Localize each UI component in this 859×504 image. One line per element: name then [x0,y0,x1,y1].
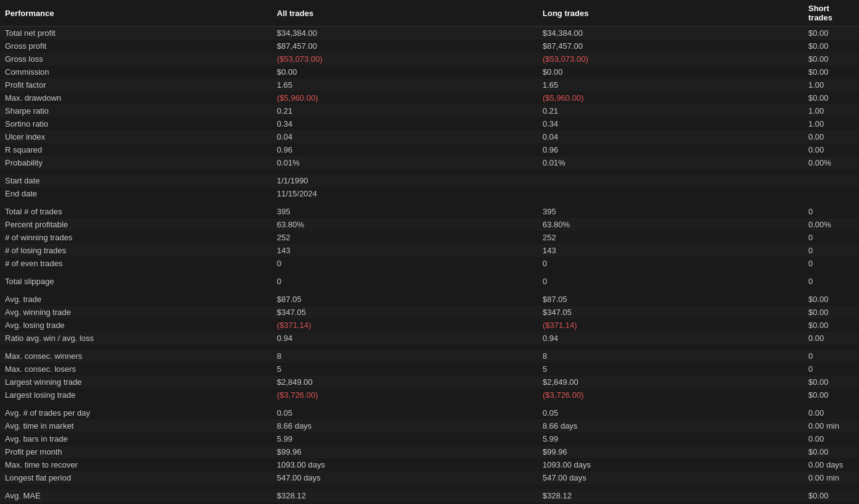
row-all-value: $328.12 [272,489,538,502]
row-long-value: 0.01% [538,156,803,169]
row-long-value: 8.66 days [538,419,803,432]
col-long-trades: Long trades [538,0,803,27]
row-short-value: $0.00 [803,306,859,319]
row-all-value: 63.80% [272,218,538,231]
row-short-value: $0.00 [803,27,859,40]
row-short-value: $0.00 [803,376,859,388]
row-long-value: ($5,960.00) [538,91,803,104]
row-long-value [538,187,803,200]
row-all-value: 0.34 [272,117,538,130]
table-row: End date11/15/2024 [0,187,859,200]
table-row: Percent profitable63.80%63.80%0.00% [0,218,859,231]
row-label: Avg. bars in trade [0,432,272,445]
row-label: Longest flat period [0,471,272,484]
row-long-value: $99.96 [538,445,803,458]
row-short-value [803,174,859,187]
row-label: R squared [0,143,272,156]
row-long-value: $34,384.00 [538,27,803,40]
row-all-value: 143 [272,244,538,257]
row-label: Percent profitable [0,218,272,231]
table-row: Longest flat period547.00 days547.00 day… [0,471,859,484]
table-row: Avg. winning trade$347.05$347.05$0.00 [0,306,859,319]
row-short-value: 0 [803,205,859,218]
row-short-value: 0.00 days [803,458,859,471]
row-all-value: 1.65 [272,78,538,91]
row-long-value: ($53,073.00) [538,52,803,65]
row-long-value: 0.04 [538,130,803,143]
spacer-row [0,169,859,174]
row-label: Gross loss [0,52,272,65]
table-row: Commission$0.00$0.00$0.00 [0,65,859,78]
table-row: Sharpe ratio0.210.211.00 [0,104,859,117]
table-row: Total # of trades3953950 [0,205,859,218]
row-label: # of even trades [0,257,272,270]
row-short-value [803,187,859,200]
row-label: # of losing trades [0,244,272,257]
row-long-value: 63.80% [538,218,803,231]
row-all-value: 0.05 [272,406,538,419]
row-long-value: 252 [538,231,803,244]
row-label: Total slippage [0,275,272,288]
row-label: Max. consec. winners [0,350,272,363]
spacer-row [0,270,859,275]
row-long-value: 0.34 [538,117,803,130]
col-all-trades: All trades [272,0,538,27]
row-short-value: 0.00% [803,156,859,169]
table-row: Profit per month$99.96$99.96$0.00 [0,445,859,458]
table-row: Avg. bars in trade5.995.990.00 [0,432,859,445]
table-row: Avg. MAE$328.12$328.12$0.00 [0,489,859,502]
row-short-value: $0.00 [803,91,859,104]
row-all-value: $2,849.00 [272,376,538,388]
table-row: Sortino ratio0.340.341.00 [0,117,859,130]
row-all-value: 5 [272,363,538,376]
table-row: Max. time to recover1093.00 days1093.00 … [0,458,859,471]
spacer-row [0,200,859,205]
row-short-value: 0.00% [803,218,859,231]
row-label: Total net profit [0,27,272,40]
row-short-value: 0 [803,257,859,270]
row-long-value [538,174,803,187]
row-label: Avg. # of trades per day [0,406,272,419]
row-all-value: ($5,960.00) [272,91,538,104]
row-long-value: 395 [538,205,803,218]
row-all-value: $87.05 [272,293,538,306]
row-all-value: ($53,073.00) [272,52,538,65]
row-long-value: 0 [538,257,803,270]
row-all-value: 11/15/2024 [272,187,538,200]
row-label: Max. consec. losers [0,363,272,376]
table-row: Ulcer index0.040.040.00 [0,130,859,143]
row-short-value: $0.00 [803,40,859,52]
row-short-value: 1.00 [803,104,859,117]
row-all-value: 1093.00 days [272,458,538,471]
row-label: Largest winning trade [0,376,272,388]
row-long-value: 0.21 [538,104,803,117]
row-short-value: 0.00 [803,432,859,445]
row-label: Avg. losing trade [0,319,272,332]
table-row: Start date1/1/1990 [0,174,859,187]
row-all-value: ($3,726.00) [272,388,538,401]
row-all-value: 0.21 [272,104,538,117]
table-row: Gross loss($53,073.00)($53,073.00)$0.00 [0,52,859,65]
row-long-value: ($371.14) [538,319,803,332]
row-long-value: 1.65 [538,78,803,91]
row-short-value: 0 [803,350,859,363]
row-long-value: $0.00 [538,65,803,78]
row-all-value: 5.99 [272,432,538,445]
table-row: Gross profit$87,457.00$87,457.00$0.00 [0,40,859,52]
row-short-value: $0.00 [803,388,859,401]
row-long-value: $87,457.00 [538,40,803,52]
row-short-value: $0.00 [803,445,859,458]
row-label: Ulcer index [0,130,272,143]
row-short-value: 0.00 [803,332,859,345]
row-short-value: 0.00 [803,406,859,419]
row-label: Avg. trade [0,293,272,306]
row-long-value: 0 [538,275,803,288]
table-row: Avg. # of trades per day0.050.050.00 [0,406,859,419]
table-row: Profit factor1.651.651.00 [0,78,859,91]
row-short-value: $0.00 [803,489,859,502]
performance-table: Performance All trades Long trades Short… [0,0,859,504]
row-short-value: 0 [803,231,859,244]
table-header: Performance All trades Long trades Short… [0,0,859,27]
row-long-value: $2,849.00 [538,376,803,388]
row-all-value: $347.05 [272,306,538,319]
